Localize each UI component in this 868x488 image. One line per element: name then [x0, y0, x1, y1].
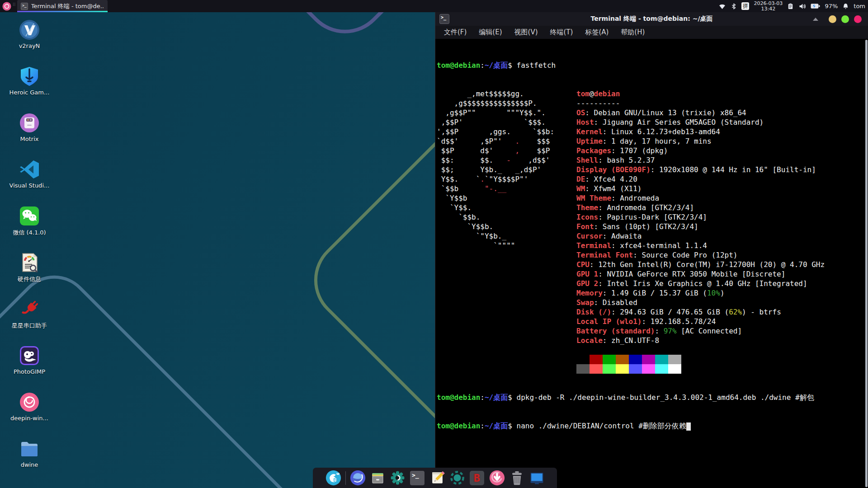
desktop-icon-v2rayn[interactable]: v2rayN — [6, 16, 53, 63]
desktop-icon-label: 硬件信息 — [18, 275, 41, 283]
volume-icon[interactable] — [798, 3, 806, 10]
battery-icon[interactable] — [811, 3, 820, 9]
desktop-icon-photogimp[interactable]: PhotoGIMP — [6, 342, 53, 389]
desktop-icon-vscode[interactable]: Visual Studi... — [6, 156, 53, 202]
rollup-icon[interactable] — [813, 18, 818, 21]
motrix-icon — [19, 112, 40, 134]
terminal-content[interactable]: tom@debian:~/桌面$ fastfetch _,met$$$$$gg.… — [435, 39, 868, 488]
desktop-icon-label: 星星串口助手 — [12, 322, 47, 330]
terminal-icon: >_ — [21, 3, 28, 10]
taskbar-window-button[interactable]: >_ Terminal 终端 - tom@de... — [17, 0, 108, 12]
terminal-window-icon: >_ — [439, 14, 449, 24]
battery-percent: 97% — [825, 3, 838, 9]
wechat-icon — [19, 205, 40, 227]
desktop-icon-hwinfo[interactable]: 硬件信息 — [6, 249, 53, 296]
minimize-button[interactable] — [829, 15, 836, 23]
terminal-titlebar[interactable]: >_ Terminal 终端 - tom@debian: ~/桌面 — [435, 12, 868, 26]
dock-downloader-icon[interactable] — [489, 470, 505, 486]
time: 13:42 — [761, 6, 776, 12]
desktop-icon-motrix[interactable]: Motrix — [6, 109, 53, 156]
desktop-icon-heroic[interactable]: Heroic Gam... — [6, 63, 53, 109]
dock-settings-icon[interactable] — [390, 470, 406, 486]
active-task-underline — [17, 11, 108, 12]
terminal-menubar: 文件(F)编辑(E)视图(V)终端(T)标签(A)帮助(H) — [435, 26, 868, 39]
desktop-icon-label: v2rayN — [19, 42, 40, 49]
desktop-icon-dwine[interactable]: dwine — [6, 435, 53, 482]
desktop-icon-column: v2rayNHeroic Gam...MotrixVisual Studi...… — [6, 16, 53, 482]
prompt-line-nano: tom@debian:~/桌面$ nano ./dwine/DEBIAN/con… — [437, 421, 868, 431]
desktop-icon-wechat[interactable]: 微信 (4.1.0) — [6, 202, 53, 249]
dock-file-manager-icon[interactable] — [370, 470, 386, 486]
clock[interactable]: 2026-03-03 13:42 — [754, 1, 783, 12]
desktop-icon-label: 微信 (4.1.0) — [13, 229, 46, 237]
close-button[interactable] — [854, 15, 862, 23]
deepinwine-icon — [19, 391, 40, 413]
dock-whisker-menu-icon[interactable]: w — [326, 470, 341, 486]
desktop-icon-serial[interactable]: 星星串口助手 — [6, 296, 53, 342]
bottom-dock: w>_B — [313, 468, 557, 488]
menu-item-2[interactable]: 视图(V) — [512, 27, 541, 38]
terminal-window[interactable]: >_ Terminal 终端 - tom@debian: ~/桌面 文件(F)编… — [435, 12, 868, 488]
menu-item-0[interactable]: 文件(F) — [441, 27, 469, 38]
desktop-icon-label: Heroic Gam... — [9, 89, 50, 96]
dock-display-icon[interactable] — [529, 470, 545, 486]
serial-icon — [19, 298, 40, 320]
menu-item-1[interactable]: 编辑(E) — [476, 27, 505, 38]
desktop-icon-label: PhotoGIMP — [14, 368, 45, 375]
panel-handle[interactable]: ⁞⁞ — [13, 3, 15, 9]
dock-text-editor-icon[interactable] — [429, 470, 445, 486]
hwinfo-icon — [19, 252, 40, 273]
svg-text:w: w — [336, 472, 339, 476]
menu-item-5[interactable]: 帮助(H) — [618, 27, 647, 38]
photogimp-icon — [19, 345, 40, 366]
terminal-title: Terminal 终端 - tom@debian: ~/桌面 — [435, 15, 868, 23]
dock-separator — [345, 471, 346, 485]
dock-browser-icon[interactable] — [350, 470, 366, 486]
fastfetch-ascii-logo: _,met$$$$$gg. ,g$$$$$$$$$$$$$$$P. ,g$$P"… — [437, 89, 554, 250]
desktop-icon-label: dwine — [21, 461, 38, 468]
vscode-icon — [19, 159, 40, 180]
terminal-scrollbar[interactable] — [865, 40, 868, 487]
v2rayn-icon — [19, 19, 40, 41]
dock-trash-icon[interactable] — [509, 470, 525, 486]
fastfetch-color-blocks — [576, 355, 681, 374]
applications-menu-icon[interactable] — [2, 2, 11, 11]
desktop-icon-label: Motrix — [20, 136, 39, 142]
prompt-line-dpkg: tom@debian:~/桌面$ dpkg-deb -R ./deepin-wi… — [437, 393, 868, 402]
fastfetch-output: _,met$$$$$gg. ,g$$$$$$$$$$$$$$$P. ,g$$P"… — [437, 89, 868, 374]
desktop-icon-label: deepin-win... — [10, 415, 48, 422]
clipboard-icon[interactable] — [787, 3, 794, 10]
desktop-icon-deepinwine[interactable]: deepin-win... — [6, 389, 53, 435]
menu-item-3[interactable]: 终端(T) — [547, 27, 576, 38]
system-tray: 拼 2026-03-03 13:42 97% tom — [718, 0, 868, 12]
dwine-icon — [19, 438, 40, 460]
input-method-icon[interactable]: 拼 — [741, 2, 749, 10]
heroic-icon — [19, 66, 40, 87]
prompt-line-fastfetch: tom@debian:~/桌面$ fastfetch — [437, 61, 868, 70]
maximize-button[interactable] — [841, 15, 849, 23]
top-panel: ⁞⁞ >_ Terminal 终端 - tom@de... 拼 2026-03-… — [0, 0, 868, 12]
dock-red-b-app-icon[interactable]: B — [469, 470, 485, 486]
bluetooth-icon[interactable] — [731, 3, 737, 10]
color-block-row2 — [576, 364, 681, 374]
wifi-icon[interactable] — [718, 3, 726, 10]
color-block-row1 — [576, 355, 681, 364]
menu-item-4[interactable]: 标签(A) — [582, 27, 611, 38]
desktop-icon-label: Visual Studi... — [9, 182, 50, 189]
taskbar-window-label: Terminal 终端 - tom@de... — [31, 2, 104, 10]
notification-bell-icon[interactable] — [842, 3, 849, 10]
dock-screen-recorder-icon[interactable] — [449, 470, 465, 486]
dock-terminal-icon[interactable]: >_ — [410, 470, 425, 486]
session-user: tom — [854, 3, 865, 9]
fastfetch-info: tom@debian----------OS: Debian GNU/Linux… — [576, 89, 825, 345]
